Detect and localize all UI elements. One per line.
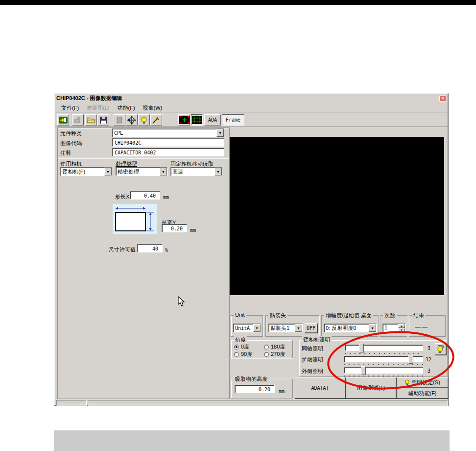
open-folder-icon [87,117,95,123]
aux-function-button[interactable]: 辅助功能(F) [397,388,448,399]
menu-window[interactable]: 视窗(W) [139,103,167,113]
size-x-value: 0.40 [144,193,156,199]
green-exit-icon [59,117,68,124]
exit-button[interactable] [57,114,69,125]
toolbar: ADA Frame [55,113,448,127]
status-cell-2 [88,400,448,406]
pick-height-input[interactable]: 0.20 [235,385,275,393]
bottom-gray-bar [54,430,450,451]
coaxial-light-label: 同轴照明 [302,345,323,352]
close-button[interactable]: × [439,95,446,101]
dialog-window: CHIP0402C - 图像数据编辑 × 文件(F) 布置图(L) 功能(F) … [54,93,449,406]
fixed-camera-label: 固定相机移动读取 [170,160,214,168]
tools-button[interactable] [150,114,162,125]
dropdown-arrow-icon[interactable] [216,129,224,137]
frame-toolbar-label: Frame [226,117,240,123]
angle-radio-0[interactable]: 0度 [234,343,249,351]
gain-select[interactable]: 0: 反射明度0 [324,324,377,332]
mark-view-button[interactable] [178,114,190,125]
tolerance-input[interactable]: 40 [137,244,163,252]
ada-toolbar-button[interactable]: ADA [204,114,221,125]
lamp-button[interactable] [138,114,150,125]
slider-ticks [344,376,423,376]
crosshair-move-icon [127,116,136,125]
unit-group: Unit UnitA [231,315,263,337]
unit-caption: Unit [234,312,246,318]
gain-group: 增幅度/起始值 桌面 0: 反射明度0 [321,315,379,337]
grid-view-button[interactable] [191,114,203,125]
dropdown-arrow-icon[interactable] [160,168,167,175]
spinner-up-icon[interactable] [398,324,405,328]
status-bar [56,400,448,406]
tolerance-label: 尺寸许可值 [109,246,136,253]
angle-caption: 角度 [234,336,247,344]
head-select[interactable]: 贴装头1 [268,324,303,332]
radio-icon [234,345,239,350]
dropdown-arrow-icon[interactable] [369,324,376,332]
diffuse-light-slider[interactable] [344,356,423,362]
machine-icon [74,117,82,123]
menu-function[interactable]: 功能(F) [114,103,139,113]
slider-ticks [344,364,423,365]
title-bar[interactable]: CHIP0402C - 图像数据编辑 [55,94,448,102]
head-group: 贴装头 贴装头1 OFF [265,315,319,337]
side-light-label: 外侧照明 [302,368,323,375]
count-spinner[interactable]: 1 [382,324,405,332]
dropdown-arrow-icon[interactable] [214,168,222,175]
mark-grid-icon [192,116,202,124]
pick-height-unit: mm [279,389,285,394]
tools-icon [152,116,160,124]
lamp-set-button[interactable] [435,343,446,355]
camera-label: 使用相机 [60,160,82,168]
count-group: 次数 1 [380,315,407,337]
image-code-value: CHIP0402C [115,140,141,146]
image-code-label: 图像代码 [60,140,82,147]
image-code-input[interactable]: CHIP0402C [112,138,224,147]
pick-height-group: 吸取物的高度 0.20 mm [231,379,293,399]
lamp-arrow-icon [437,345,444,353]
angle-radio-270[interactable]: 270度 [264,351,285,358]
window-title: CHIP0402C - 图像数据编辑 [56,95,122,102]
shape-diagram-drawing [113,204,157,234]
dropdown-arrow-icon[interactable] [295,324,302,332]
result-value: —— [415,324,429,330]
comment-value: CAPACITOR 0402 [115,150,156,155]
ada-button[interactable]: ADA(A) [295,377,345,399]
off-button[interactable]: OFF [305,323,317,333]
size-y-input[interactable]: 0.20 [162,224,187,232]
process-type-select[interactable]: 精密处理 [116,167,167,176]
fixed-camera-select[interactable]: 高速 [170,167,222,176]
count-caption: 次数 [383,312,397,319]
fixed-camera-value: 高速 [171,168,214,175]
angle-radio-180[interactable]: 180度 [264,343,285,351]
new-button-disabled [72,114,84,125]
image-test-button[interactable]: 图像测试(T) [346,377,396,399]
move-button[interactable] [126,114,138,125]
unit-select[interactable]: UnitA [233,324,261,332]
dropdown-arrow-icon[interactable] [253,324,261,332]
ada-toolbar-label: ADA [208,117,217,123]
save-button[interactable] [97,114,109,125]
component-type-select[interactable]: CPL [112,128,224,137]
slider-thumb[interactable] [361,366,366,375]
light-set-button[interactable]: 照明设定(S) [397,377,448,388]
dropdown-arrow-icon[interactable] [104,168,112,175]
frame-toolbar-button[interactable]: Frame [222,114,244,125]
slider-thumb[interactable] [359,344,364,352]
size-x-input[interactable]: 0.40 [130,191,160,200]
menu-layout: 布置图(L) [83,103,113,113]
slider-thumb[interactable] [408,355,413,364]
menu-file[interactable]: 文件(F) [57,103,83,113]
coaxial-light-slider[interactable] [345,345,423,351]
angle-radio-90[interactable]: 90度 [234,351,252,358]
spinner-down-icon[interactable] [398,328,405,332]
side-light-slider[interactable] [344,367,423,374]
comment-input[interactable]: CAPACITOR 0402 [112,148,224,156]
radio-icon [234,352,239,357]
camera-select[interactable]: 臂相机(F) [60,167,112,176]
angle-270-label: 270度 [271,351,285,358]
aux-function-label: 辅助功能(F) [408,390,436,397]
lighting-caption: 臂相机照明 [302,336,332,344]
open-button[interactable] [85,114,97,125]
camera-image-view [230,137,444,295]
